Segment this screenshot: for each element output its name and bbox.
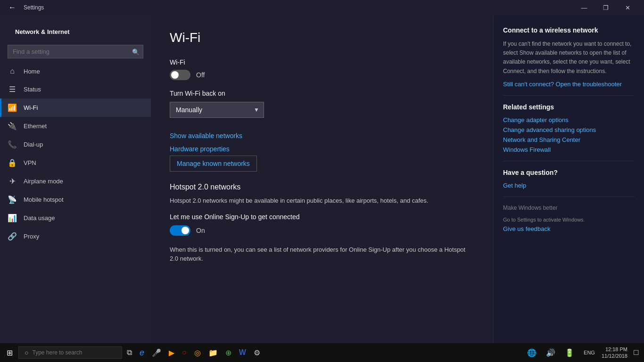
taskbar-left: ⊞ ○ ⧉ e 🎤 ▶ ○ ◎ 📁 ⊕ W ⚙ <box>3 346 263 360</box>
sidebar-item-hotspot[interactable]: 📡Mobile hotspot <box>0 190 151 209</box>
window-controls: — ❐ ✕ <box>573 0 638 15</box>
speakers-icon[interactable]: 🔊 <box>543 346 558 359</box>
wifi-icon: 📶 <box>8 103 17 112</box>
when-desc: When this is turned on, you can see a li… <box>170 245 474 263</box>
sidebar-item-label: Mobile hotspot <box>24 196 64 203</box>
taskbar-search-cortana-icon: ○ <box>25 349 28 356</box>
sidebar-item-dialup[interactable]: 📞Dial-up <box>0 135 151 154</box>
sidebar-item-label: Data usage <box>24 214 55 222</box>
rp-related-link[interactable]: Windows Firewall <box>503 146 635 153</box>
taskbar-search-box: ○ <box>18 346 122 359</box>
files-icon[interactable]: 📁 <box>206 346 221 359</box>
vlc-icon[interactable]: ▶ <box>166 346 177 359</box>
right-panel: Connect to a wireless network If you can… <box>493 15 644 343</box>
titlebar-title: Settings <box>24 4 44 11</box>
notification-button[interactable]: ☐ <box>631 349 641 356</box>
search-icon[interactable]: 🔍 <box>132 48 140 55</box>
settings-taskbar-icon[interactable]: ⚙ <box>251 346 263 359</box>
airplane-icon: ✈ <box>8 177 17 186</box>
search-box: 🔍 <box>8 45 143 58</box>
close-button[interactable]: ✕ <box>617 0 638 15</box>
rp-get-help-link[interactable]: Get help <box>503 182 635 189</box>
online-toggle[interactable] <box>170 225 190 236</box>
taskbar-search-input[interactable] <box>32 349 116 356</box>
chrome-icon[interactable]: ⊕ <box>223 346 234 359</box>
eng-label: ENG <box>581 348 598 357</box>
opera-icon[interactable]: ○ <box>179 346 190 359</box>
proxy-icon: 🔗 <box>8 232 17 241</box>
online-signup-label: Let me use Online Sign-Up to get connect… <box>170 213 474 221</box>
wifi-toggle-label: Off <box>196 71 205 79</box>
taskview-button[interactable]: ⧉ <box>124 346 135 359</box>
edge-icon[interactable]: e <box>137 346 147 360</box>
sidebar-section-title: Network & Internet <box>8 23 77 37</box>
rp-divider-1 <box>503 95 635 96</box>
sidebar-item-label: Proxy <box>24 233 39 240</box>
turn-back-label: Turn Wi-Fi back on <box>170 90 474 97</box>
sidebar-item-status[interactable]: ☰Status <box>0 80 151 99</box>
sidebar-item-vpn[interactable]: 🔒VPN <box>0 154 151 172</box>
sidebar-item-data[interactable]: 📊Data usage <box>0 209 151 227</box>
rp-connect-desc: If you can't find the network you want t… <box>503 40 635 76</box>
word-icon[interactable]: W <box>236 346 249 359</box>
sidebar-header: Network & Internet <box>0 15 151 41</box>
hotspot-icon: 📡 <box>8 195 17 204</box>
titlebar: ← Settings — ❐ ✕ <box>0 0 644 15</box>
home-icon: ⌂ <box>8 67 17 75</box>
sidebar-item-airplane[interactable]: ✈Airplane mode <box>0 172 151 190</box>
rp-related-link[interactable]: Change advanced sharing options <box>503 126 635 133</box>
search-input[interactable] <box>8 45 143 58</box>
wifi-toggle-row: Off <box>170 70 474 80</box>
sidebar-item-label: Ethernet <box>24 123 47 130</box>
rp-related-links: Change adapter optionsChange advanced sh… <box>503 116 635 153</box>
sidebar-item-ethernet[interactable]: 🔌Ethernet <box>0 117 151 135</box>
rp-divider-2 <box>503 161 635 161</box>
hotspot-desc: Hotspot 2.0 networks might be available … <box>170 196 474 206</box>
taskbar-right: 🌐 🔊 🔋 ENG 12:18 PM 11/12/2018 ☐ <box>524 346 641 360</box>
sidebar-item-label: VPN <box>24 159 36 166</box>
back-button[interactable]: ← <box>6 1 19 14</box>
manage-known-networks-link[interactable]: Manage known networks <box>170 156 257 172</box>
sidebar-nav: ⌂Home☰Status📶Wi-Fi🔌Ethernet📞Dial-up🔒VPN✈… <box>0 62 151 246</box>
rp-activate-text: Go to Settings to activate Windows. <box>503 217 635 222</box>
app-body: Network & Internet 🔍 ⌂Home☰Status📶Wi-Fi🔌… <box>0 15 644 343</box>
vpn-icon: 🔒 <box>8 158 17 167</box>
sidebar-item-home[interactable]: ⌂Home <box>0 62 151 80</box>
battery-icon[interactable]: 🔋 <box>562 346 577 359</box>
wifi-toggle[interactable] <box>170 70 190 80</box>
data-icon: 📊 <box>8 214 17 222</box>
online-toggle-label: On <box>196 227 205 234</box>
page-title: Wi-Fi <box>170 30 474 45</box>
show-available-networks-link[interactable]: Show available networks <box>170 129 242 142</box>
firefox-icon[interactable]: ◎ <box>191 346 204 359</box>
taskbar: ⊞ ○ ⧉ e 🎤 ▶ ○ ◎ 📁 ⊕ W ⚙ 🌐 🔊 🔋 ENG 12:18 … <box>0 343 644 362</box>
clock-time: 12:18 PM <box>602 346 627 353</box>
clock-date: 11/12/2018 <box>602 353 627 359</box>
cortana-icon[interactable]: 🎤 <box>149 346 164 359</box>
status-icon: ☰ <box>8 85 17 94</box>
rp-related-title: Related settings <box>503 103 635 111</box>
rp-troubleshoot-link[interactable]: Still can't connect? Open the troublesho… <box>503 81 635 88</box>
ethernet-icon: 🔌 <box>8 122 17 131</box>
network-icon[interactable]: 🌐 <box>524 346 539 359</box>
sidebar: Network & Internet 🔍 ⌂Home☰Status📶Wi-Fi🔌… <box>0 15 151 343</box>
start-button[interactable]: ⊞ <box>3 346 17 359</box>
sidebar-item-proxy[interactable]: 🔗Proxy <box>0 227 151 246</box>
rp-connect-title: Connect to a wireless network <box>503 26 635 34</box>
rp-related-link[interactable]: Network and Sharing Center <box>503 136 635 143</box>
rp-feedback-link[interactable]: Give us feedback <box>503 225 635 232</box>
sidebar-item-label: Status <box>24 86 41 93</box>
sidebar-item-label: Home <box>24 68 40 75</box>
hotspot-title: Hotspot 2.0 networks <box>170 183 474 191</box>
rp-better-title: Make Windows better <box>503 205 635 211</box>
wifi-section-label: Wi-Fi <box>170 58 474 66</box>
minimize-button[interactable]: — <box>573 0 595 15</box>
maximize-button[interactable]: ❐ <box>595 0 617 15</box>
turn-back-dropdown[interactable]: ManuallyIn 1 hourIn 4 hoursIn 1 day <box>170 102 264 118</box>
hardware-properties-link[interactable]: Hardware properties <box>170 142 230 156</box>
rp-related-link[interactable]: Change adapter options <box>503 116 635 123</box>
sidebar-item-wifi[interactable]: 📶Wi-Fi <box>0 99 151 117</box>
main-content: Wi-Fi Wi-Fi Off Turn Wi-Fi back on Manua… <box>151 15 493 343</box>
turn-back-dropdown-wrapper: ManuallyIn 1 hourIn 4 hoursIn 1 day ▼ <box>170 102 264 118</box>
rp-divider-3 <box>503 197 635 197</box>
